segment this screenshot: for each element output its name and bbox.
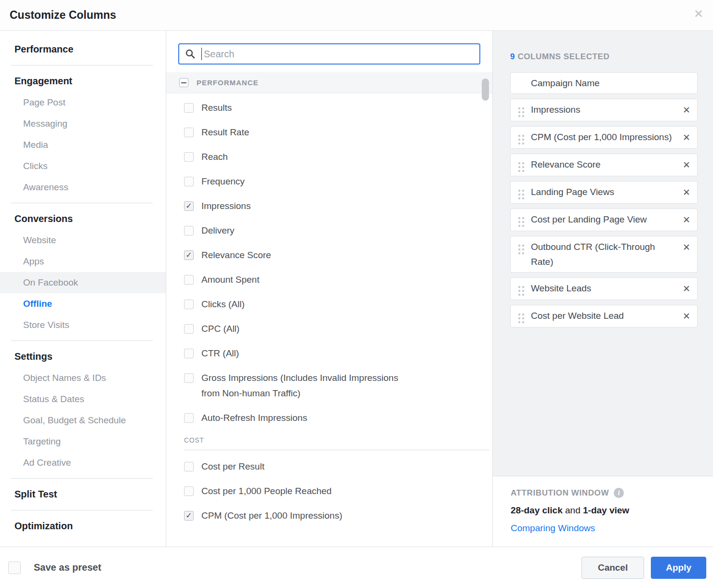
sidebar-section-settings[interactable]: Settings [0, 346, 166, 367]
sidebar-item-status-dates[interactable]: Status & Dates [0, 389, 166, 410]
selected-column-card-pinned: Campaign Name [510, 72, 698, 94]
checkbox-amount-spent[interactable] [184, 275, 194, 285]
check-icon: ✓ [185, 202, 192, 210]
checkbox-reach[interactable] [184, 152, 194, 162]
sidebar-divider [11, 478, 153, 479]
sidebar-section-engagement[interactable]: Engagement [0, 70, 166, 92]
checkbox-row-cpc-all: CPC (All) [184, 321, 492, 337]
checkbox-cpc-all[interactable] [184, 324, 194, 334]
sidebar-section-optimization[interactable]: Optimization [0, 515, 166, 537]
dialog-title: Customize Columns [10, 0, 116, 30]
selected-column-label: Relevance Score [531, 157, 679, 172]
remove-column-icon[interactable]: ✕ [683, 214, 690, 225]
save-as-preset-checkbox[interactable] [8, 562, 21, 574]
sidebar-item-page-post[interactable]: Page Post [0, 92, 166, 113]
remove-column-icon[interactable]: ✕ [683, 132, 690, 143]
attribution-value: 28-day click and 1-day view [511, 505, 713, 516]
drag-handle-icon[interactable] [517, 134, 525, 145]
search-input[interactable] [203, 48, 474, 60]
selected-column-card-website-leads: Website Leads✕ [510, 277, 698, 300]
selected-column-card-cost-per-website-lead: Cost per Website Lead✕ [510, 305, 698, 327]
close-icon[interactable]: ✕ [694, 8, 703, 20]
checkbox-relevance-score[interactable]: ✓ [184, 250, 194, 260]
checkbox-cost-per-result[interactable] [184, 462, 194, 471]
checkbox-label: CPC (All) [201, 321, 239, 337]
selected-column-label: CPM (Cost per 1,000 Impressions) [531, 130, 679, 144]
remove-column-icon[interactable]: ✕ [683, 311, 690, 322]
checkbox-row-gross-impressions-includes-invalid-impressions-from-non-human-traffic: Gross Impressions (Includes Invalid Impr… [184, 370, 492, 401]
sidebar-item-website[interactable]: Website [0, 230, 166, 251]
checkbox-results[interactable] [184, 103, 194, 113]
remove-column-icon[interactable]: ✕ [683, 159, 690, 170]
drag-handle-icon[interactable] [517, 189, 525, 200]
cancel-button[interactable]: Cancel [581, 557, 644, 579]
remove-column-icon[interactable]: ✕ [683, 105, 690, 116]
selected-column-card-cpm-cost-per-1-000-impressions: CPM (Cost per 1,000 Impressions)✕ [510, 126, 698, 149]
checkbox-frequency[interactable] [184, 177, 194, 186]
sidebar-item-ad-creative[interactable]: Ad Creative [0, 452, 166, 473]
checkbox-label: Frequency [201, 174, 245, 189]
sidebar-item-targeting[interactable]: Targeting [0, 431, 166, 452]
scrollbar-thumb[interactable] [482, 78, 489, 101]
checkbox-auto-refresh-impressions[interactable] [184, 413, 194, 423]
group-checkbox-indeterminate[interactable] [179, 78, 188, 87]
sidebar-section-split-test[interactable]: Split Test [0, 483, 166, 505]
check-icon: ✓ [185, 512, 192, 520]
sidebar-section-performance[interactable]: Performance [0, 39, 166, 60]
column-picker-panel: PERFORMANCE ResultsResult RateReachFrequ… [166, 31, 492, 547]
checkbox-label: Amount Spent [201, 272, 259, 287]
checkbox-cpm-cost-per-1-000-impressions[interactable]: ✓ [184, 511, 194, 521]
sidebar-item-on-facebook[interactable]: On Facebook [0, 272, 166, 293]
checkbox-label: Result Rate [201, 125, 249, 140]
sidebar-section-conversions[interactable]: Conversions [0, 208, 166, 230]
checkbox-row-relevance-score: ✓Relevance Score [184, 248, 492, 263]
checkbox-label: Cost per Result [201, 459, 264, 474]
checkbox-label: Clicks (All) [201, 297, 245, 312]
checkbox-gross-impressions-includes-invalid-impressions-from-non-human-traffic[interactable] [184, 373, 194, 383]
sidebar-item-goal-budget-schedule[interactable]: Goal, Budget & Schedule [0, 410, 166, 431]
remove-column-icon[interactable]: ✕ [683, 242, 690, 253]
drag-handle-icon[interactable] [517, 285, 525, 297]
search-box[interactable] [178, 43, 480, 65]
checkbox-row-ctr-all: CTR (All) [184, 346, 492, 361]
checkbox-label: Reach [201, 149, 228, 165]
apply-button[interactable]: Apply [651, 557, 706, 579]
remove-column-icon[interactable]: ✕ [683, 187, 690, 198]
attribution-window-section: ATTRIBUTION WINDOW i 28-day click and 1-… [492, 476, 713, 547]
checkbox-cost-per-1-000-people-reached[interactable] [184, 486, 194, 496]
sidebar-divider [11, 510, 153, 510]
info-icon[interactable]: i [614, 488, 624, 498]
performance-group-header: PERFORMANCE [166, 72, 492, 93]
sidebar-item-offline[interactable]: Offline [0, 293, 166, 314]
checkbox-label: Cost per 1,000 People Reached [201, 483, 331, 499]
checkbox-label: Gross Impressions (Includes Invalid Impr… [201, 370, 413, 401]
drag-handle-icon[interactable] [517, 106, 525, 118]
checkbox-clicks-all[interactable] [184, 300, 194, 309]
drag-handle-icon[interactable] [517, 313, 525, 324]
sidebar-item-awareness[interactable]: Awareness [0, 177, 166, 198]
selected-column-card-cost-per-landing-page-view: Cost per Landing Page View✕ [510, 209, 698, 231]
comparing-windows-link[interactable]: Comparing Windows [511, 523, 713, 534]
selected-column-label: Impressions [531, 102, 679, 117]
cost-rows: Cost per ResultCost per 1,000 People Rea… [166, 459, 492, 523]
sidebar-item-media[interactable]: Media [0, 134, 166, 156]
drag-handle-icon[interactable] [517, 161, 525, 173]
checkbox-impressions[interactable]: ✓ [184, 201, 194, 211]
remove-column-icon[interactable]: ✕ [683, 283, 690, 294]
checkbox-delivery[interactable] [184, 226, 194, 235]
checkbox-label: CTR (All) [201, 346, 239, 361]
sidebar-item-apps[interactable]: Apps [0, 251, 166, 272]
sidebar-item-store-visits[interactable]: Store Visits [0, 314, 166, 336]
checkbox-row-cpm-cost-per-1-000-impressions: ✓CPM (Cost per 1,000 Impressions) [184, 508, 492, 523]
minus-icon [181, 82, 186, 83]
sidebar-item-object-names-ids[interactable]: Object Names & IDs [0, 367, 166, 389]
checkbox-row-results: Results [184, 100, 492, 116]
drag-handle-icon[interactable] [517, 216, 525, 228]
drag-handle-icon[interactable] [517, 244, 525, 255]
checkbox-row-amount-spent: Amount Spent [184, 272, 492, 287]
sidebar-item-messaging[interactable]: Messaging [0, 113, 166, 134]
sidebar-item-clicks[interactable]: Clicks [0, 156, 166, 177]
checkbox-result-rate[interactable] [184, 128, 194, 137]
text-caret [201, 48, 202, 60]
checkbox-ctr-all[interactable] [184, 349, 194, 358]
